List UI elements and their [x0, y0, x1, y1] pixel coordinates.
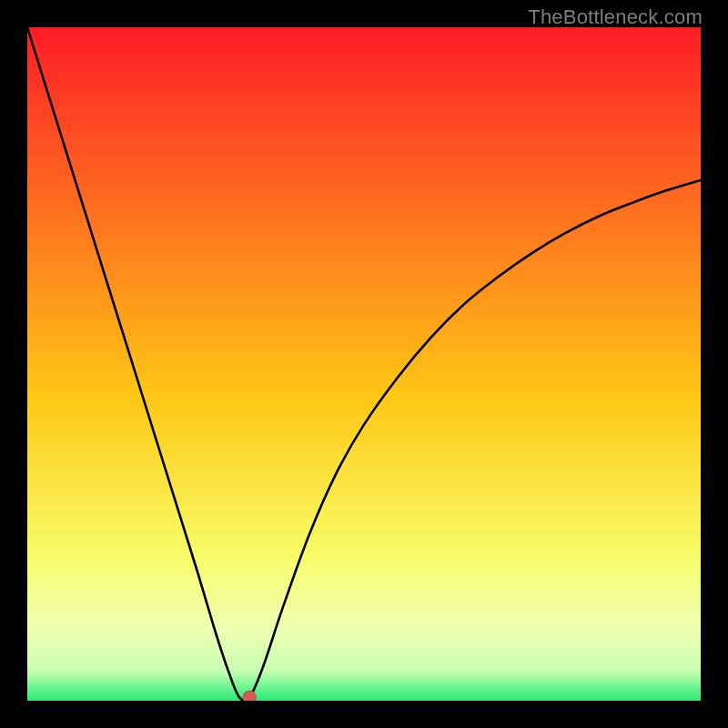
- chart-svg: [27, 27, 701, 701]
- gradient-background: [27, 27, 701, 701]
- optimal-point-marker: [243, 691, 256, 701]
- chart-frame: [27, 27, 701, 701]
- watermark-text: TheBottleneck.com: [528, 5, 703, 29]
